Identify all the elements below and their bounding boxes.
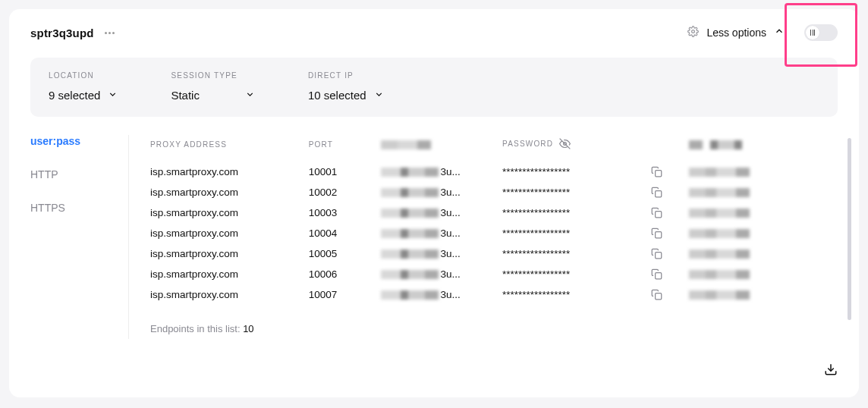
table-row: isp.smartproxy.com100023u...************…: [150, 182, 838, 202]
view-toggle[interactable]: [804, 24, 838, 41]
table-row: isp.smartproxy.com100013u...************…: [150, 162, 838, 182]
cell-user: 3u...: [381, 243, 502, 264]
table-row: isp.smartproxy.com100043u...************…: [150, 223, 838, 243]
svg-rect-6: [656, 253, 662, 259]
cell-addr: isp.smartproxy.com: [150, 182, 309, 202]
th-proxy-address: PROXY ADDRESS: [150, 135, 309, 162]
cell-password: *****************: [502, 202, 651, 223]
cell-addr: isp.smartproxy.com: [150, 202, 309, 223]
copy-icon[interactable]: [651, 207, 681, 218]
table-row: isp.smartproxy.com100073u...************…: [150, 284, 838, 305]
auth-tabs: user:pass HTTP HTTPS: [30, 135, 129, 339]
session-value: Static: [171, 89, 200, 102]
svg-rect-4: [656, 212, 662, 218]
scrollbar[interactable]: [848, 138, 851, 320]
blurred-header: [381, 140, 431, 149]
tab-https[interactable]: HTTPS: [30, 191, 113, 224]
cell-port: 10007: [309, 284, 382, 305]
cell-password: *****************: [502, 243, 651, 264]
gear-icon[interactable]: [687, 26, 699, 40]
svg-rect-5: [656, 232, 662, 238]
svg-rect-3: [656, 191, 662, 197]
cell-extra: [689, 284, 838, 305]
copy-icon[interactable]: [651, 268, 681, 280]
cell-user: 3u...: [381, 202, 502, 223]
cell-port: 10004: [309, 223, 382, 243]
cell-extra: [689, 202, 838, 223]
more-icon[interactable]: [105, 32, 115, 34]
table-row: isp.smartproxy.com100063u...************…: [150, 264, 838, 284]
cell-password: *****************: [502, 223, 651, 243]
page-title: sptr3q3upd: [30, 27, 94, 39]
endpoints-table: PROXY ADDRESS PORT PASSWORD: [150, 135, 838, 339]
list-footer: Endpoints in this list: 10: [150, 305, 838, 339]
cell-addr: isp.smartproxy.com: [150, 223, 309, 243]
table-row: isp.smartproxy.com100033u...************…: [150, 202, 838, 223]
cell-addr: isp.smartproxy.com: [150, 284, 309, 305]
cell-user: 3u...: [381, 284, 502, 305]
chevron-down-icon: [245, 89, 255, 102]
tab-userpass[interactable]: user:pass: [30, 135, 113, 158]
copy-icon[interactable]: [651, 166, 681, 177]
cell-password: *****************: [502, 182, 651, 202]
cell-port: 10005: [309, 243, 382, 264]
cell-password: *****************: [502, 264, 651, 284]
directip-value: 10 selected: [308, 89, 366, 102]
cell-extra: [689, 223, 838, 243]
copy-icon[interactable]: [651, 228, 681, 239]
svg-rect-2: [656, 171, 662, 177]
cell-port: 10006: [309, 264, 382, 284]
svg-rect-8: [656, 293, 662, 300]
th-password: PASSWORD: [502, 135, 651, 162]
chevron-down-icon: [108, 89, 118, 102]
cell-addr: isp.smartproxy.com: [150, 162, 309, 182]
cell-addr: isp.smartproxy.com: [150, 243, 309, 264]
copy-icon[interactable]: [651, 248, 681, 259]
cell-user: 3u...: [381, 162, 502, 182]
cell-extra: [689, 264, 838, 284]
cell-user: 3u...: [381, 264, 502, 284]
filter-bar: LOCATION 9 selected SESSION TYPE Static …: [30, 58, 838, 117]
cell-port: 10003: [309, 202, 382, 223]
cell-password: *****************: [502, 162, 651, 182]
top-bar: sptr3q3upd Less options: [30, 24, 838, 41]
download-icon[interactable]: [824, 362, 838, 379]
cell-user: 3u...: [381, 223, 502, 243]
th-port: PORT: [309, 135, 382, 162]
svg-point-0: [692, 30, 695, 33]
directip-select[interactable]: 10 selected: [308, 89, 384, 102]
settings-panel: sptr3q3upd Less options: [9, 9, 859, 397]
cell-password: *****************: [502, 284, 651, 305]
copy-icon[interactable]: [651, 187, 681, 198]
cell-user: 3u...: [381, 182, 502, 202]
directip-label: DIRECT IP: [308, 71, 384, 80]
tab-http[interactable]: HTTP: [30, 158, 113, 191]
cell-extra: [689, 243, 838, 264]
table-row: isp.smartproxy.com100053u...************…: [150, 243, 838, 264]
cell-port: 10002: [309, 182, 382, 202]
cell-extra: [689, 182, 838, 202]
cell-port: 10001: [309, 162, 382, 182]
location-value: 9 selected: [49, 89, 100, 102]
th-user: [381, 135, 502, 162]
blurred-header: [689, 140, 742, 149]
cell-extra: [689, 162, 838, 182]
svg-rect-7: [656, 273, 662, 279]
chevron-up-icon[interactable]: [774, 26, 785, 39]
eye-off-icon[interactable]: [559, 143, 571, 151]
session-label: SESSION TYPE: [171, 71, 255, 80]
location-select[interactable]: 9 selected: [49, 89, 118, 102]
cell-addr: isp.smartproxy.com: [150, 264, 309, 284]
th-extra: [689, 135, 838, 162]
chevron-down-icon: [374, 89, 384, 102]
less-options-button[interactable]: Less options: [706, 27, 766, 39]
copy-icon[interactable]: [651, 289, 681, 300]
session-select[interactable]: Static: [171, 89, 255, 102]
location-label: LOCATION: [49, 71, 118, 80]
